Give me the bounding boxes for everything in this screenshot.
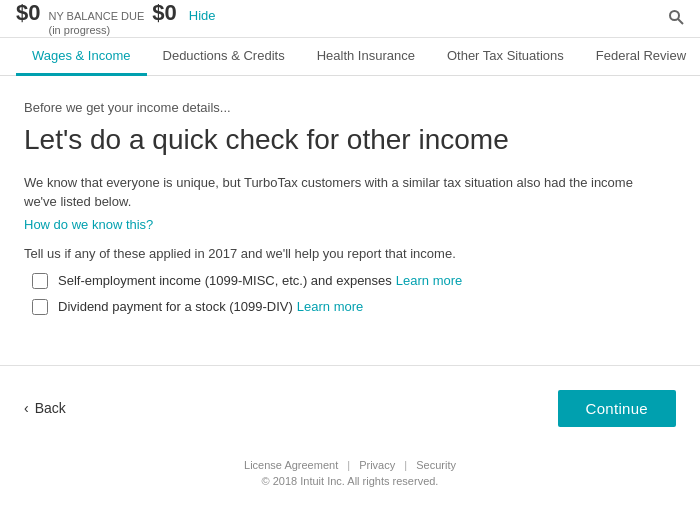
hide-link[interactable]: Hide [189, 8, 216, 23]
pre-heading: Before we get your income details... [24, 100, 656, 115]
back-label: Back [35, 400, 66, 416]
privacy-link[interactable]: Privacy [359, 459, 395, 471]
checkbox-list: Self-employment income (1099-MISC, etc.)… [32, 273, 656, 315]
tab-federal-review[interactable]: Federal Review [580, 38, 700, 76]
dividend-checkbox[interactable] [32, 299, 48, 315]
description: We know that everyone is unique, but Tur… [24, 173, 656, 212]
balance-amount-2: $0 [152, 0, 176, 26]
self-employment-checkbox[interactable] [32, 273, 48, 289]
balance-section: $0 NY BALANCE DUE (in progress) $0 Hide [16, 0, 216, 36]
footer: License Agreement | Privacy | Security ©… [0, 435, 700, 503]
how-do-we-know-link[interactable]: How do we know this? [24, 217, 153, 232]
tab-wages-income[interactable]: Wages & Income [16, 38, 147, 76]
main-content: Before we get your income details... Let… [0, 76, 680, 341]
footer-links: License Agreement | Privacy | Security [16, 459, 684, 471]
search-icon[interactable] [668, 9, 684, 29]
tell-us-text: Tell us if any of these applied in 2017 … [24, 246, 656, 261]
svg-point-0 [670, 11, 679, 20]
balance-label: NY BALANCE DUE (in progress) [48, 10, 144, 36]
tab-other-tax[interactable]: Other Tax Situations [431, 38, 580, 76]
list-item: Self-employment income (1099-MISC, etc.)… [32, 273, 656, 289]
top-bar: $0 NY BALANCE DUE (in progress) $0 Hide [0, 0, 700, 38]
license-agreement-link[interactable]: License Agreement [244, 459, 338, 471]
svg-line-1 [678, 19, 683, 24]
self-employment-label: Self-employment income (1099-MISC, etc.)… [58, 273, 392, 288]
security-link[interactable]: Security [416, 459, 456, 471]
dividend-learn-more[interactable]: Learn more [297, 299, 363, 314]
back-button[interactable]: ‹ Back [24, 400, 66, 416]
dividend-label: Dividend payment for a stock (1099-DIV) [58, 299, 293, 314]
bottom-nav: ‹ Back Continue [0, 382, 700, 435]
main-heading: Let's do a quick check for other income [24, 123, 656, 157]
balance-amount-1: $0 [16, 0, 40, 26]
self-employment-learn-more[interactable]: Learn more [396, 273, 462, 288]
continue-button[interactable]: Continue [558, 390, 676, 427]
list-item: Dividend payment for a stock (1099-DIV) … [32, 299, 656, 315]
nav-tabs: Wages & Income Deductions & Credits Heal… [0, 38, 700, 76]
tab-health-insurance[interactable]: Health Insurance [301, 38, 431, 76]
back-chevron-icon: ‹ [24, 400, 29, 416]
divider [0, 365, 700, 366]
tab-deductions-credits[interactable]: Deductions & Credits [147, 38, 301, 76]
copyright: © 2018 Intuit Inc. All rights reserved. [16, 475, 684, 487]
